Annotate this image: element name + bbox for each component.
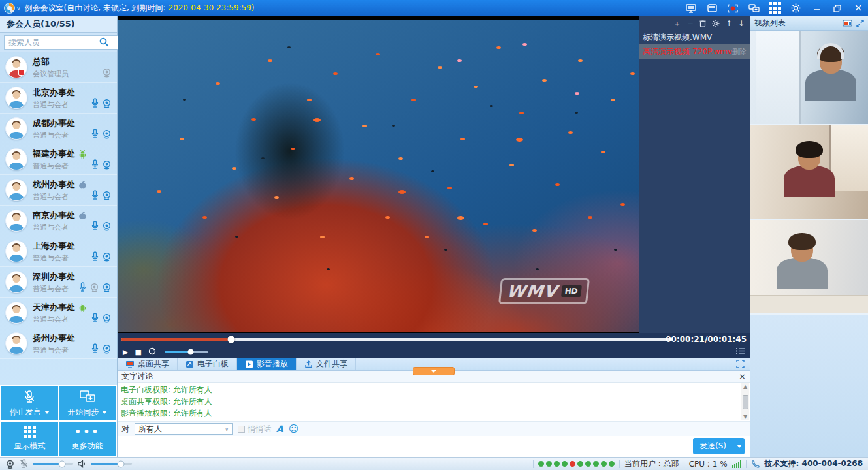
settings-gear-icon[interactable] <box>790 3 801 14</box>
seek-handle[interactable] <box>228 336 235 343</box>
display-grid-icon[interactable] <box>769 3 780 14</box>
playlist-trash-icon[interactable] <box>699 20 706 27</box>
mic-volume-slider[interactable] <box>33 463 73 465</box>
chevron-down-icon[interactable]: ∨ <box>16 5 21 12</box>
tab-desktop-share[interactable]: 桌面共享 <box>118 358 178 370</box>
participant-row[interactable]: 福建办事处 普通与会者 <box>0 144 117 175</box>
play-button[interactable]: ▶ <box>123 349 128 356</box>
search-icon[interactable] <box>99 37 109 47</box>
record-icon[interactable] <box>727 3 739 14</box>
seek-bar[interactable] <box>121 338 673 341</box>
chat-close-icon[interactable]: × <box>739 372 746 381</box>
expand-panel-icon[interactable] <box>856 20 864 27</box>
webcam-icon[interactable] <box>102 191 112 200</box>
volume-slider[interactable] <box>165 351 208 353</box>
webcam-gray-icon[interactable] <box>89 283 99 292</box>
scroll-up-icon[interactable]: ▲ <box>743 384 747 390</box>
slider-handle[interactable] <box>117 460 124 467</box>
close-button[interactable]: × <box>852 3 864 14</box>
webcam-icon[interactable] <box>102 129 112 139</box>
window-mode-icon[interactable] <box>706 3 718 14</box>
mic-muted-icon[interactable] <box>20 459 28 469</box>
more-functions-button[interactable]: ••• 更多功能 <box>59 422 116 456</box>
playlist-movedown-icon[interactable]: ↓ <box>738 20 745 27</box>
restore-button[interactable] <box>831 3 843 14</box>
display-mode-button[interactable]: 显示模式 <box>1 422 58 456</box>
emoji-button[interactable]: ☺ <box>289 424 299 434</box>
send-button[interactable]: 发送(S) <box>693 438 745 454</box>
participant-row[interactable]: 上海办事处 普通与会者 <box>0 236 117 267</box>
tab-whiteboard[interactable]: 电子白板 <box>178 358 237 370</box>
webcam-icon[interactable] <box>102 99 112 108</box>
video-thumbnail[interactable] <box>750 220 868 315</box>
participant-name: 天津办事处 <box>33 302 75 313</box>
caret-down-icon[interactable] <box>102 411 107 414</box>
playlist-toggle-icon[interactable] <box>736 347 745 356</box>
participant-row[interactable]: 总部 会议管理员 <box>0 52 117 83</box>
message-input[interactable]: 发送(S) <box>118 436 750 457</box>
caret-down-icon[interactable] <box>44 411 50 414</box>
mic-icon[interactable] <box>91 159 99 170</box>
playlist-item[interactable]: 标清演示视频.WMV <box>639 30 750 44</box>
send-options-caret[interactable] <box>733 438 745 454</box>
playlist-item-delete-button[interactable]: 删除 <box>732 47 747 57</box>
scroll-down-icon[interactable]: ▼ <box>743 414 747 420</box>
mic-icon[interactable] <box>91 313 99 323</box>
replay-icon[interactable] <box>148 347 156 356</box>
webcam-icon[interactable] <box>102 313 112 323</box>
webcam-icon[interactable] <box>102 283 112 292</box>
playlist-add-icon[interactable]: ＋ <box>673 20 681 27</box>
mic-icon[interactable] <box>78 282 87 292</box>
video-thumbnail[interactable] <box>750 125 868 220</box>
fullscreen-icon[interactable] <box>731 358 750 370</box>
font-style-button[interactable]: A <box>276 424 283 434</box>
webcam-gray-icon[interactable] <box>102 68 112 78</box>
playlist-item[interactable]: 高清演示视频-720P.wmv 删除 <box>639 44 750 59</box>
mic-icon[interactable] <box>91 221 99 231</box>
webcam-icon[interactable] <box>102 160 112 170</box>
volume-handle[interactable] <box>188 349 194 355</box>
tab-media-playback[interactable]: 影音播放 <box>237 358 297 370</box>
webcam-icon[interactable] <box>102 252 112 262</box>
video-list-title: 视频列表 <box>754 18 786 29</box>
webcam-icon[interactable] <box>102 221 112 231</box>
chevron-down-icon: ∨ <box>225 426 229 432</box>
sync-icon[interactable] <box>748 3 760 14</box>
participant-row[interactable]: 扬州办事处 普通与会者 <box>0 328 117 359</box>
stop-speaking-button[interactable]: 停止发言 <box>1 386 58 420</box>
webcam-status-icon[interactable] <box>5 460 15 469</box>
video-canvas[interactable]: WMV HD <box>118 16 639 333</box>
mic-icon[interactable] <box>91 251 99 262</box>
scroll-thumb[interactable] <box>743 395 748 409</box>
participant-row[interactable]: 成都办事处 普通与会者 <box>0 114 117 144</box>
webcam-icon[interactable] <box>102 344 112 354</box>
minimize-button[interactable] <box>811 3 822 14</box>
chat-scrollbar[interactable]: ▲ ▼ <box>741 383 749 420</box>
slider-handle[interactable] <box>58 460 65 467</box>
layout-icon[interactable] <box>843 20 852 27</box>
chat-collapse-handle[interactable] <box>413 367 455 375</box>
mic-icon[interactable] <box>91 190 99 200</box>
video-thumbnail[interactable] <box>750 31 868 125</box>
mic-icon[interactable] <box>91 343 99 354</box>
participant-row[interactable]: 南京办事处 普通与会者 <box>0 206 117 236</box>
participant-row[interactable]: 深圳办事处 普通与会者 <box>0 267 117 298</box>
recipient-select[interactable]: 所有人 ∨ <box>135 423 233 435</box>
stop-button[interactable]: ■ <box>135 349 141 356</box>
participant-row[interactable]: 杭州办事处 普通与会者 <box>0 175 117 206</box>
mic-icon[interactable] <box>91 129 99 139</box>
speaker-icon[interactable] <box>78 460 87 468</box>
playlist-moveup-icon[interactable]: ↑ <box>726 20 732 27</box>
start-sync-button[interactable]: 开始同步 <box>59 386 116 420</box>
speaker-volume-slider[interactable] <box>91 463 132 465</box>
playlist-settings-icon[interactable] <box>712 20 720 27</box>
participant-row[interactable]: 北京办事处 普通与会者 <box>0 83 117 114</box>
whisper-checkbox[interactable]: 悄悄话 <box>238 424 271 435</box>
screen-share-icon[interactable] <box>685 3 697 14</box>
tab-file-share[interactable]: 文件共享 <box>297 358 356 370</box>
checkbox-icon[interactable] <box>238 426 245 433</box>
playlist-remove-icon[interactable]: − <box>687 20 694 27</box>
participant-row[interactable]: 天津办事处 普通与会者 <box>0 298 117 328</box>
seek-fill <box>121 338 231 341</box>
mic-icon[interactable] <box>91 98 99 108</box>
